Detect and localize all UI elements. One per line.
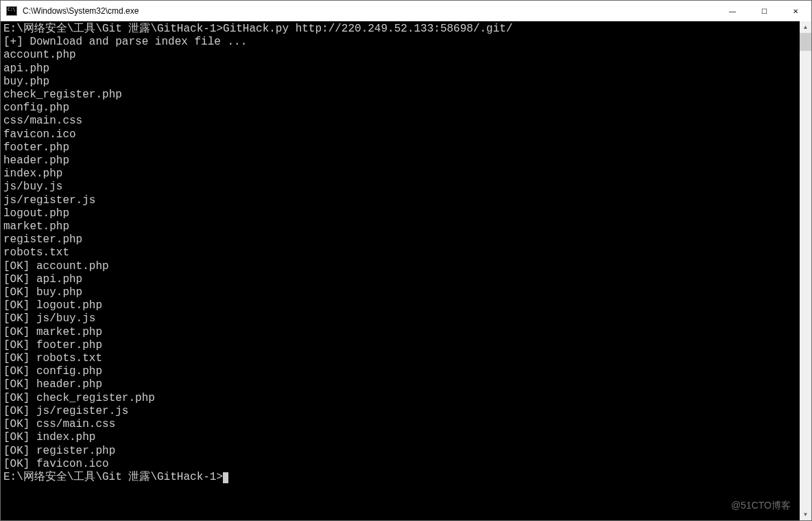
scrollbar-thumb[interactable] <box>800 33 811 51</box>
scroll-up-button[interactable]: ▲ <box>800 21 811 33</box>
ok-entry: [OK] js/buy.js <box>3 312 797 325</box>
titlebar[interactable]: C:\Windows\System32\cmd.exe — ☐ ✕ <box>1 1 811 21</box>
cursor <box>223 472 228 483</box>
down-arrow-icon: ▼ <box>803 511 809 518</box>
window-title: C:\Windows\System32\cmd.exe <box>23 6 139 16</box>
ok-entry: [OK] css/main.css <box>3 418 797 431</box>
ok-entry: [OK] index.php <box>3 431 797 444</box>
ok-entry: [OK] logout.php <box>3 299 797 312</box>
file-entry: check_register.php <box>3 89 797 102</box>
ok-entry: [OK] api.php <box>3 273 797 286</box>
scroll-down-button[interactable]: ▼ <box>800 509 811 520</box>
maximize-button[interactable]: ☐ <box>748 1 780 21</box>
file-entry: index.php <box>3 167 797 181</box>
file-entry: register.php <box>3 233 797 246</box>
close-button[interactable]: ✕ <box>780 1 811 21</box>
ok-entry: [OK] header.php <box>3 378 797 391</box>
file-entry: favicon.ico <box>3 128 797 141</box>
ok-entry: [OK] market.php <box>3 326 797 339</box>
cmd-icon <box>6 6 17 16</box>
minimize-button[interactable]: — <box>717 1 748 21</box>
file-entry: market.php <box>3 220 797 233</box>
status-line: [+] Download and parse index file ... <box>3 36 797 49</box>
ok-entry: [OK] buy.php <box>3 286 797 299</box>
ok-entry: [OK] check_register.php <box>3 392 797 405</box>
file-entry: logout.php <box>3 207 797 220</box>
file-entry: footer.php <box>3 141 797 154</box>
file-entry: config.php <box>3 102 797 115</box>
cmd-window: C:\Windows\System32\cmd.exe — ☐ ✕ E:\网络安… <box>0 0 812 521</box>
file-entry: header.php <box>3 154 797 167</box>
terminal-output[interactable]: E:\网络安全\工具\Git 泄露\GitHack-1>GitHack.py h… <box>1 21 800 520</box>
close-icon: ✕ <box>793 8 798 15</box>
scrollbar-track[interactable] <box>800 33 811 509</box>
ok-entry: [OK] footer.php <box>3 339 797 352</box>
ok-entry: [OK] favicon.ico <box>3 458 797 471</box>
ok-entry: [OK] register.php <box>3 445 797 458</box>
prompt-line: E:\网络安全\工具\Git 泄露\GitHack-1> <box>3 471 797 484</box>
minimize-icon: — <box>729 8 736 15</box>
up-arrow-icon: ▲ <box>803 24 809 30</box>
ok-entry: [OK] config.php <box>3 365 797 378</box>
file-entry: js/register.js <box>3 194 797 207</box>
command-line: E:\网络安全\工具\Git 泄露\GitHack-1>GitHack.py h… <box>3 23 797 36</box>
maximize-icon: ☐ <box>761 8 767 15</box>
window-controls: — ☐ ✕ <box>717 1 811 21</box>
file-entry: account.php <box>3 49 797 62</box>
file-entry: css/main.css <box>3 115 797 128</box>
file-entry: js/buy.js <box>3 181 797 194</box>
app-icon-wrap <box>1 6 23 16</box>
ok-entry: [OK] robots.txt <box>3 352 797 365</box>
ok-entry: [OK] account.php <box>3 260 797 273</box>
client-area: E:\网络安全\工具\Git 泄露\GitHack-1>GitHack.py h… <box>1 21 811 520</box>
vertical-scrollbar[interactable]: ▲ ▼ <box>800 21 811 520</box>
ok-entry: [OK] js/register.js <box>3 405 797 418</box>
file-entry: robots.txt <box>3 246 797 259</box>
file-entry: buy.php <box>3 76 797 89</box>
file-entry: api.php <box>3 62 797 76</box>
